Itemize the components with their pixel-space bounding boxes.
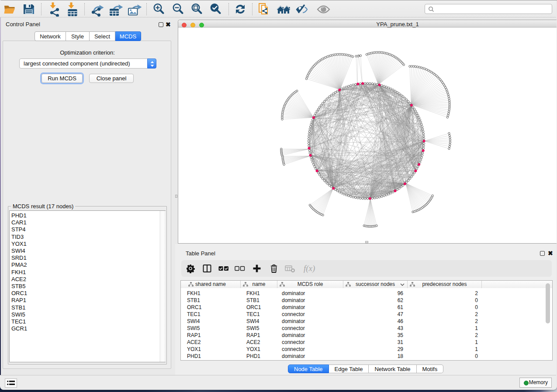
svg-text:f(x): f(x) xyxy=(304,264,315,273)
